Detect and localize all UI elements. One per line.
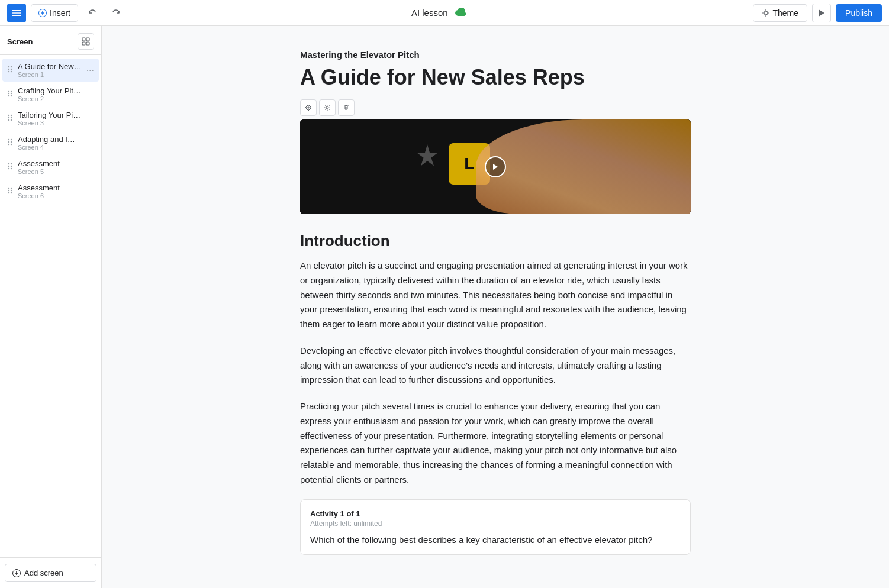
svg-rect-7	[82, 42, 85, 45]
screen-item-info: A Guide for New ... Screen 1	[18, 62, 82, 78]
svg-rect-8	[86, 42, 89, 45]
intro-heading: Introduction	[300, 232, 691, 250]
svg-point-26	[11, 119, 12, 121]
sidebar-title: Screen	[7, 37, 33, 46]
cloud-icon	[455, 8, 467, 18]
insert-label: Insert	[50, 8, 70, 18]
drag-handle	[7, 114, 13, 124]
svg-point-27	[8, 139, 9, 140]
elevator-visual: L	[300, 119, 691, 214]
toolbar-left: Insert	[7, 4, 125, 22]
svg-point-19	[8, 95, 9, 96]
svg-point-30	[11, 141, 12, 143]
svg-rect-2	[12, 15, 21, 16]
screen-item-num: Screen 6	[18, 192, 82, 199]
svg-point-24	[11, 117, 12, 118]
svg-point-35	[8, 166, 9, 167]
svg-point-11	[8, 69, 9, 70]
sidebar-item-screen-6[interactable]: Assessment Screen 6 ···	[2, 180, 99, 203]
screen-item-name: A Guide for New ...	[18, 62, 82, 71]
settings-tool-button[interactable]	[319, 99, 336, 116]
svg-point-32	[11, 144, 12, 145]
sidebar: Screen	[0, 26, 102, 588]
svg-point-28	[11, 139, 12, 140]
svg-point-38	[11, 168, 12, 169]
lesson-title: A Guide for New Sales Reps	[300, 64, 691, 90]
svg-point-31	[8, 144, 9, 145]
drag-handle	[7, 65, 13, 75]
screen-item-num: Screen 3	[18, 119, 82, 127]
preview-button[interactable]	[812, 4, 831, 22]
main-layout: Screen	[0, 26, 889, 588]
add-screen-button[interactable]: Add screen	[5, 564, 96, 582]
svg-rect-5	[82, 38, 85, 41]
redo-button[interactable]	[107, 4, 125, 22]
drag-handle	[7, 162, 13, 172]
svg-rect-1	[12, 12, 21, 14]
undo-button[interactable]	[83, 4, 102, 22]
svg-point-44	[11, 192, 12, 193]
screen-item-name: Crafting Your Pitch	[18, 86, 82, 95]
paragraph-3: Practicing your pitch several times is c…	[300, 399, 691, 487]
theme-button[interactable]: Theme	[753, 4, 808, 22]
sidebar-item-screen-3[interactable]: Tailoring Your Pitch Screen 3 ···	[2, 107, 99, 130]
svg-point-42	[11, 190, 12, 191]
toolbar-right: Theme Publish	[753, 4, 882, 22]
activity-card: Activity 1 of 1 Attempts left: unlimited…	[300, 499, 691, 555]
sidebar-item-screen-1[interactable]: A Guide for New ... Screen 1 ···	[2, 59, 99, 82]
content-inner: Mastering the Elevator Pitch A Guide for…	[288, 50, 703, 555]
add-screen-label: Add screen	[24, 568, 63, 577]
svg-point-36	[11, 166, 12, 167]
sidebar-header: Screen	[0, 26, 101, 55]
paragraph-1: An elevator pitch is a succinct and enga…	[300, 259, 691, 332]
screen-item-more-button[interactable]: ···	[86, 65, 94, 76]
svg-point-9	[8, 66, 9, 67]
sidebar-view-button[interactable]	[78, 33, 94, 50]
move-tool-button[interactable]	[300, 99, 317, 116]
drag-handle	[7, 89, 13, 99]
sidebar-item-screen-5[interactable]: Assessment Screen 5 ···	[2, 156, 99, 179]
toolbar: Insert AI lesson Th	[0, 0, 889, 26]
svg-rect-6	[86, 38, 89, 41]
screen-item-name: Assessment	[18, 183, 82, 192]
svg-point-13	[8, 71, 9, 72]
theme-label: Theme	[773, 8, 799, 18]
insert-button[interactable]: Insert	[31, 4, 78, 22]
screen-item-info: Assessment Screen 5	[18, 159, 82, 175]
svg-point-25	[8, 119, 9, 121]
menu-button[interactable]	[7, 4, 26, 22]
svg-rect-0	[12, 10, 21, 11]
svg-point-46	[326, 106, 328, 109]
screen-item-name: Tailoring Your Pitch	[18, 111, 82, 119]
screen-item-name: Assessment	[18, 159, 82, 168]
sidebar-footer: Add screen	[0, 557, 101, 588]
activity-label: Activity 1 of 1	[310, 509, 681, 518]
svg-point-40	[11, 188, 12, 189]
publish-button[interactable]: Publish	[836, 4, 882, 22]
screen-item-num: Screen 2	[18, 95, 82, 102]
drag-handle	[7, 138, 13, 148]
screen-item-num: Screen 1	[18, 71, 82, 78]
svg-point-18	[11, 93, 12, 94]
toolbar-center: AI lesson	[130, 8, 748, 18]
svg-point-16	[11, 91, 12, 92]
screen-item-info: Assessment Screen 6	[18, 183, 82, 199]
screen-item-info: Tailoring Your Pitch Screen 3	[18, 111, 82, 127]
svg-point-23	[8, 117, 9, 118]
sidebar-item-screen-2[interactable]: Crafting Your Pitch Screen 2 ···	[2, 83, 99, 106]
activity-question: Which of the following best describes a …	[310, 535, 681, 545]
lesson-image: L	[300, 119, 691, 214]
image-toolbar	[300, 99, 691, 116]
play-overlay[interactable]	[485, 156, 506, 177]
screen-item-num: Screen 5	[18, 168, 82, 175]
screen-item-info: Crafting Your Pitch Screen 2	[18, 86, 82, 102]
svg-point-17	[8, 93, 9, 94]
svg-point-4	[764, 11, 768, 15]
screen-item-info: Adapting and Imp... Screen 4	[18, 135, 82, 151]
svg-point-29	[8, 141, 9, 143]
sidebar-item-screen-4[interactable]: Adapting and Imp... Screen 4 ···	[2, 131, 99, 154]
screen-list: A Guide for New ... Screen 1 ··· Craftin…	[0, 55, 101, 557]
svg-point-39	[8, 188, 9, 189]
app-title: AI lesson	[411, 8, 448, 18]
delete-tool-button[interactable]	[338, 99, 355, 116]
